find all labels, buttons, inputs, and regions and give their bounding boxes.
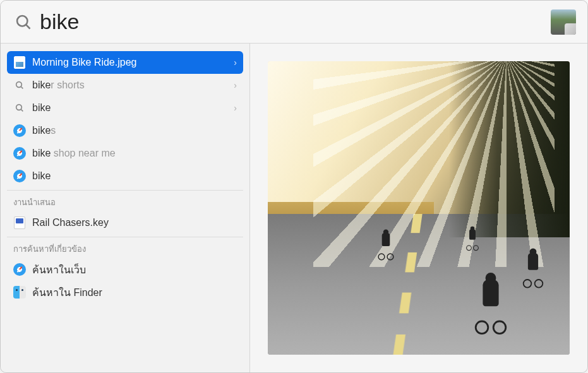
keynote-file-icon xyxy=(13,216,26,229)
file-result-row[interactable]: Rail Chasers.key xyxy=(7,211,243,234)
chevron-right-icon: › xyxy=(234,80,237,90)
svg-line-1 xyxy=(26,25,30,28)
search-bar xyxy=(1,1,587,44)
result-label: bike xyxy=(32,102,234,114)
search-finder-row[interactable]: ค้นหาใน Finder xyxy=(7,281,243,304)
suggestion-row[interactable]: biker shorts › xyxy=(7,74,243,97)
jpeg-file-icon xyxy=(13,56,26,69)
safari-icon xyxy=(13,147,26,160)
results-sidebar: Morning Bike Ride.jpeg › biker shorts › … xyxy=(1,44,250,372)
search-icon xyxy=(15,13,32,31)
result-label: bike shop near me xyxy=(32,148,237,159)
suggestion-row[interactable]: bike xyxy=(7,165,243,187)
section-header-related: การค้นหาที่เกี่ยวข้อง xyxy=(7,237,243,258)
svg-line-3 xyxy=(21,86,23,88)
result-label: Rail Chasers.key xyxy=(32,217,237,228)
chevron-right-icon: › xyxy=(234,103,237,113)
suggestion-row[interactable]: bikes xyxy=(7,119,243,142)
finder-icon xyxy=(13,286,26,299)
section-header-presentations: งานนำเสนอ xyxy=(7,190,243,211)
suggestion-row[interactable]: bike › xyxy=(7,97,243,119)
preview-image[interactable] xyxy=(268,61,570,355)
result-label: bike xyxy=(32,170,237,182)
safari-icon xyxy=(13,170,26,182)
search-input[interactable] xyxy=(40,9,551,34)
chevron-right-icon: › xyxy=(234,57,237,68)
result-label: ค้นหาใน Finder xyxy=(32,285,237,300)
result-label: ค้นหาในเว็บ xyxy=(32,262,237,278)
result-label: Morning Bike Ride.jpeg xyxy=(32,57,234,68)
result-label: biker shorts xyxy=(32,80,234,91)
content-area: Morning Bike Ride.jpeg › biker shorts › … xyxy=(1,44,587,372)
preview-app-icon[interactable] xyxy=(551,9,576,35)
suggestion-row[interactable]: bike shop near me xyxy=(7,142,243,165)
safari-icon xyxy=(13,263,26,276)
search-icon xyxy=(13,102,26,114)
spotlight-window: Morning Bike Ride.jpeg › biker shorts › … xyxy=(0,0,588,373)
safari-icon xyxy=(13,124,26,137)
search-web-row[interactable]: ค้นหาในเว็บ xyxy=(7,258,243,281)
svg-point-0 xyxy=(17,16,27,26)
svg-line-5 xyxy=(21,109,23,111)
search-icon xyxy=(13,79,26,92)
preview-pane xyxy=(250,44,587,372)
top-hit-row[interactable]: Morning Bike Ride.jpeg › xyxy=(7,51,243,74)
result-label: bikes xyxy=(32,125,237,136)
